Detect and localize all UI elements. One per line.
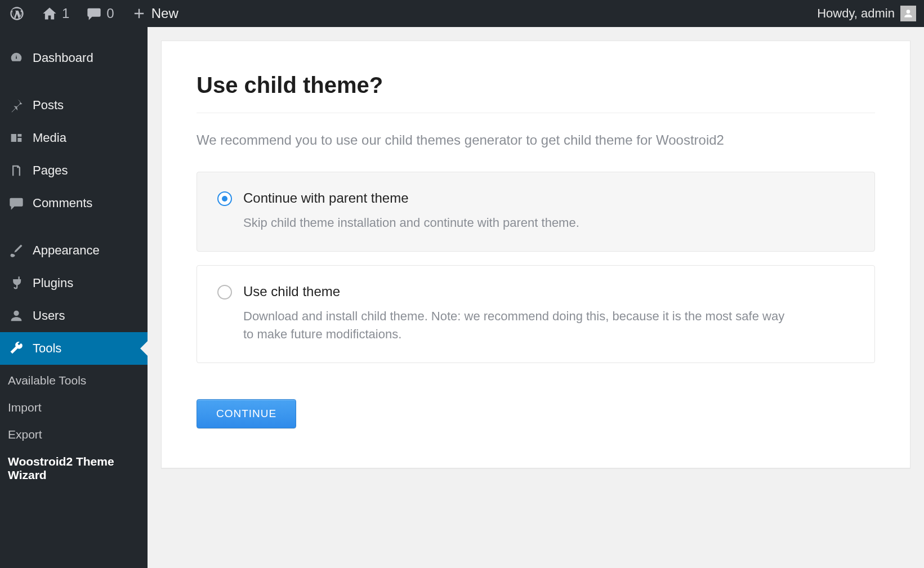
menu-label: Media bbox=[33, 131, 66, 145]
adminbar-right: Howdy, admin bbox=[817, 6, 916, 21]
pages-icon bbox=[8, 162, 25, 179]
admin-sidebar: Dashboard Posts Media Pages Comments App… bbox=[0, 27, 148, 568]
menu-pages[interactable]: Pages bbox=[0, 154, 148, 187]
option-title: Use child theme bbox=[243, 284, 795, 299]
submenu-theme-wizard[interactable]: Woostroid2 Theme Wizard bbox=[0, 448, 148, 489]
page-title: Use child theme? bbox=[197, 73, 875, 98]
option-title: Continue with parent theme bbox=[243, 190, 579, 206]
menu-label: Appearance bbox=[33, 243, 100, 258]
howdy-label[interactable]: Howdy, admin bbox=[817, 6, 895, 21]
new-label: New bbox=[151, 6, 178, 21]
comments-count: 0 bbox=[106, 6, 114, 21]
submenu-export[interactable]: Export bbox=[0, 421, 148, 448]
radio-child-theme[interactable] bbox=[217, 285, 232, 299]
admin-bar: 1 0 New Howdy, admin bbox=[0, 0, 924, 27]
wizard-panel: Use child theme? We recommend you to use… bbox=[161, 41, 910, 468]
menu-users[interactable]: Users bbox=[0, 299, 148, 332]
comments-link[interactable]: 0 bbox=[83, 0, 117, 27]
home-icon bbox=[42, 6, 57, 21]
comment-icon bbox=[86, 6, 102, 21]
option-body: Continue with parent theme Skip child th… bbox=[243, 190, 579, 232]
menu-posts[interactable]: Posts bbox=[0, 89, 148, 122]
menu-label: Tools bbox=[33, 341, 61, 356]
plus-icon bbox=[131, 6, 147, 21]
user-icon bbox=[8, 307, 25, 324]
option-body: Use child theme Download and install chi… bbox=[243, 284, 795, 343]
menu-appearance[interactable]: Appearance bbox=[0, 234, 148, 267]
wrench-icon bbox=[8, 340, 25, 357]
pin-icon bbox=[8, 97, 25, 114]
menu-media[interactable]: Media bbox=[0, 122, 148, 154]
menu-label: Pages bbox=[33, 163, 68, 178]
menu-label: Users bbox=[33, 308, 65, 323]
brush-icon bbox=[8, 242, 25, 259]
menu-label: Comments bbox=[33, 196, 92, 211]
option-desc: Download and install child theme. Note: … bbox=[243, 307, 795, 343]
radio-parent-theme[interactable] bbox=[217, 191, 232, 206]
menu-comments[interactable]: Comments bbox=[0, 187, 148, 220]
menu-label: Dashboard bbox=[33, 51, 93, 65]
continue-button[interactable]: CONTINUE bbox=[197, 399, 296, 428]
menu-label: Posts bbox=[33, 98, 64, 113]
submenu-available-tools[interactable]: Available Tools bbox=[0, 367, 148, 394]
comments-icon bbox=[8, 195, 25, 212]
content-area: Use child theme? We recommend you to use… bbox=[148, 27, 924, 568]
option-child-theme[interactable]: Use child theme Download and install chi… bbox=[197, 265, 875, 363]
option-desc: Skip child theme installation and contin… bbox=[243, 214, 579, 232]
menu-dashboard[interactable]: Dashboard bbox=[0, 42, 148, 74]
plug-icon bbox=[8, 275, 25, 292]
media-icon bbox=[8, 129, 25, 146]
divider bbox=[197, 113, 875, 113]
tools-submenu: Available Tools Import Export Woostroid2… bbox=[0, 365, 148, 495]
site-count: 1 bbox=[62, 6, 69, 21]
page-subtitle: We recommend you to use our child themes… bbox=[197, 132, 875, 148]
submenu-import[interactable]: Import bbox=[0, 394, 148, 421]
new-content-link[interactable]: New bbox=[128, 0, 182, 27]
menu-tools[interactable]: Tools bbox=[0, 332, 148, 365]
site-link[interactable]: 1 bbox=[38, 0, 73, 27]
avatar[interactable] bbox=[900, 6, 916, 21]
wordpress-icon bbox=[9, 6, 25, 21]
menu-label: Plugins bbox=[33, 276, 73, 290]
adminbar-left: 1 0 New bbox=[6, 0, 182, 27]
option-parent-theme[interactable]: Continue with parent theme Skip child th… bbox=[197, 172, 875, 252]
dashboard-icon bbox=[8, 50, 25, 66]
wp-logo[interactable] bbox=[6, 0, 28, 27]
menu-plugins[interactable]: Plugins bbox=[0, 267, 148, 299]
